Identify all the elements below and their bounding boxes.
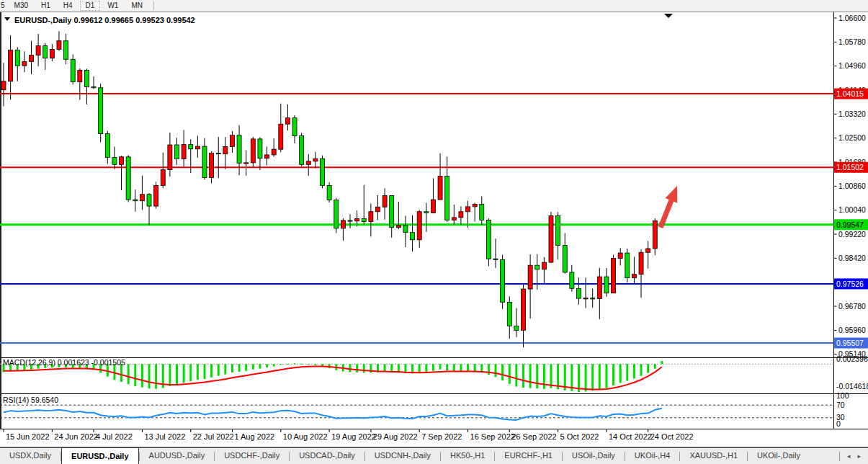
candle <box>189 145 193 149</box>
chart-tab-eurusd-daily[interactable]: EURUSD-,Daily <box>61 447 138 464</box>
candle <box>133 200 138 201</box>
candle <box>382 195 387 207</box>
candle <box>91 87 96 88</box>
candle <box>285 118 290 125</box>
candle <box>22 62 27 66</box>
chart-tab-ukoil-daily[interactable]: UKOil-,Daily <box>748 448 810 464</box>
rsi-panel: 10070300 <box>0 391 849 428</box>
candle <box>480 205 484 220</box>
candle <box>625 253 630 278</box>
candle <box>300 135 304 164</box>
candle <box>175 145 179 159</box>
candle <box>514 326 519 330</box>
timeframe-button-5[interactable]: 5 <box>0 0 8 12</box>
candle <box>653 220 657 249</box>
candle <box>210 153 214 177</box>
candle <box>78 70 82 81</box>
date-label: 1 Aug 2022 <box>234 432 274 441</box>
candle <box>9 50 13 81</box>
level-price-badge: 0.95507 <box>836 339 864 347</box>
chart-tab-usoil-daily[interactable]: USOil-,Daily <box>563 448 625 464</box>
price-axis-label: 1.04960 <box>838 61 866 70</box>
candle <box>272 149 276 155</box>
chart-tab-ukoil-h4[interactable]: UKOil-,H4 <box>625 448 680 464</box>
price-axis-label: 0.95140 <box>838 349 866 358</box>
tab-scroll-left-icon[interactable]: ◂ <box>847 452 851 460</box>
candle <box>147 195 151 206</box>
chart-shift-marker-icon[interactable] <box>664 14 673 18</box>
candle <box>57 41 61 50</box>
chart-tab-usdchf-daily[interactable]: USDCHF-,Daily <box>215 448 289 464</box>
candle <box>140 195 144 201</box>
chart-tab-hk50-h1[interactable]: HK50-,H1 <box>441 448 494 464</box>
timeframe-button-mn[interactable]: MN <box>125 0 149 12</box>
candle <box>646 249 650 252</box>
toolbar-separator <box>153 1 154 10</box>
candle <box>528 265 532 289</box>
panel-borders <box>0 12 868 447</box>
timeframe-button-m30[interactable]: M30 <box>8 0 35 12</box>
arrow-up-annotation[interactable] <box>658 186 678 228</box>
chart-canvas[interactable]: 0.002396-0.014618 10070300 1.066001.0578… <box>0 12 868 447</box>
candle <box>570 272 574 288</box>
candle <box>154 186 158 206</box>
candle <box>279 124 283 149</box>
candle <box>321 159 325 185</box>
horizontal-level-lines[interactable] <box>0 94 834 343</box>
candle <box>182 145 186 159</box>
candle <box>632 275 636 278</box>
symbol-dropdown-icon[interactable] <box>4 17 10 21</box>
candle <box>99 88 103 134</box>
date-label: 26 Sep 2022 <box>511 432 556 441</box>
date-label: 7 Sep 2022 <box>421 432 462 441</box>
timeframe-button-w1[interactable]: W1 <box>101 0 125 12</box>
chart-tab-usdcnh-daily[interactable]: USDCNH-,Daily <box>365 448 440 464</box>
candle <box>230 135 234 147</box>
candle <box>375 207 380 212</box>
candle <box>237 135 241 164</box>
candle <box>355 219 359 221</box>
candle <box>576 288 581 298</box>
candle <box>202 146 207 178</box>
candle <box>71 59 75 81</box>
timeframe-button-h1[interactable]: H1 <box>35 0 57 12</box>
candle <box>369 212 373 222</box>
candle <box>84 70 89 86</box>
candle <box>445 177 449 220</box>
date-label: 22 Jul 2022 <box>193 432 234 441</box>
candle <box>549 215 553 262</box>
chart-title: EURUSD-,Daily 0.99612 0.99665 0.99523 0.… <box>14 16 195 24</box>
level-price-badge: 0.97526 <box>836 280 864 288</box>
candle <box>507 302 511 326</box>
candle <box>216 153 220 153</box>
price-axis-label: 0.98420 <box>838 254 866 262</box>
chart-tab-usdcad-daily[interactable]: USDCAD-,Daily <box>290 448 364 464</box>
candle <box>168 145 172 170</box>
level-price-badge: 0.99547 <box>836 220 864 229</box>
macd-indicator-label: MACD(12,26,9) 0.001623 -0.001505 <box>3 358 125 367</box>
candle <box>438 177 442 200</box>
timeframe-button-d1[interactable]: D1 <box>79 0 102 12</box>
candle <box>265 155 269 159</box>
timeframe-button-h4[interactable]: H4 <box>57 0 79 12</box>
chart-tab-xauusd-h1[interactable]: XAUUSD-,H1 <box>680 448 747 464</box>
chart-tab-audusd-daily[interactable]: AUDUSD-,Daily <box>140 448 215 464</box>
date-label: 14 Oct 2022 <box>609 432 652 441</box>
candle <box>604 277 609 293</box>
candle <box>50 50 54 58</box>
rsi-axis-label: 100 <box>836 391 849 400</box>
chart-tab-eurchf-h1[interactable]: EURCHF-,H1 <box>495 448 562 464</box>
candle <box>411 233 415 240</box>
price-axis-label: 1.03320 <box>838 110 866 118</box>
chart-title-group: EURUSD-,Daily 0.99612 0.99665 0.99523 0.… <box>4 16 195 24</box>
level-price-badge: 1.01502 <box>836 163 864 171</box>
candle <box>348 220 352 221</box>
tab-scroll-right-icon[interactable]: ▸ <box>857 452 861 460</box>
price-axis-label: 0.95960 <box>838 326 866 334</box>
candle <box>29 55 33 62</box>
price-axis-label: 0.99220 <box>838 230 866 238</box>
chart-tab-usdx-daily[interactable]: USDX,Daily <box>0 448 61 464</box>
rsi-indicator-label: RSI(14) 59.6540 <box>3 396 58 404</box>
date-label: 5 Oct 2022 <box>560 432 599 441</box>
drawn-arrow-annotation[interactable] <box>658 186 678 228</box>
